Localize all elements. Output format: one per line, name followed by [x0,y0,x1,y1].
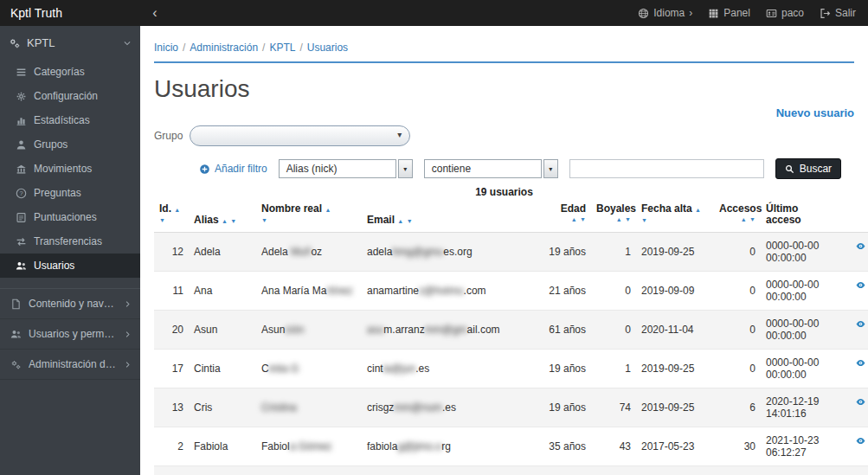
table-row: 13CrisCristinacrisgzmm@num.es19 años7420… [154,388,868,427]
sidebar-groups: Contenido y navegaciónUsuarios y permiso… [0,288,140,380]
topbar-item-label: Salir [835,7,856,19]
grid-icon [708,8,719,19]
cell-alias: Fabiola [189,427,256,466]
column-header-email[interactable]: Email ▲ ▼ [362,201,539,233]
sort-asc-icon[interactable]: ▲ [397,218,403,224]
sidebar-toggle-icon[interactable]: ‹ [140,0,170,26]
column-header-actions [840,201,868,233]
cell-fecha-alta: 2019-09-25 [636,350,714,388]
sidebar-item-estadisticas[interactable]: Estadísticas [0,108,140,132]
column-header-nombre[interactable]: Nombre real ▲▼ [256,201,362,233]
filter-field-select[interactable]: Alias (nick) ▾ [279,159,413,178]
cell-boyales: 74 [591,388,636,427]
sort-asc-icon[interactable]: ▲ [571,216,577,222]
users-table-body: 12AdelaAdela Muñozadelahmg@gmues.org19 a… [154,233,868,475]
sort-asc-icon[interactable]: ▲ [222,218,228,224]
sort-desc-icon[interactable]: ▼ [625,216,631,222]
sidebar-item-grupos[interactable]: Grupos [0,132,140,157]
doc-icon [16,212,27,223]
sort-asc-icon[interactable]: ▲ [616,216,622,222]
group-select-control[interactable] [190,125,410,146]
cell-accesos: 0 [714,272,761,311]
cell-ultimo-acceso: 0000-00-0000:00:00 [761,272,840,311]
app-brand[interactable]: Kptl Truth [0,6,140,20]
sidebar-item-movimientos[interactable]: Movimientos [0,157,140,181]
cell-ultimo-acceso: 2020-09-2317:37:30 [761,466,840,475]
topbar-item-paco[interactable]: paco [766,7,804,19]
sidebar-item-preguntas[interactable]: Preguntas [0,181,140,205]
breadcrumb-item[interactable]: Administración [190,42,258,54]
transfer-icon [16,236,27,247]
cell-accesos: 6 [714,388,761,427]
sort-desc-icon[interactable]: ▼ [749,216,755,222]
column-header-alias[interactable]: Alias ▲ ▼ [189,201,256,233]
cell-nombre: Javier Santos [256,466,362,475]
view-user-icon[interactable] [856,280,865,290]
view-user-icon[interactable] [856,241,865,251]
sidebar-group-contenido-navegacion[interactable]: Contenido y navegación [0,289,140,319]
sidebar-item-categorias[interactable]: Categorías [0,60,140,84]
chevron-right-icon [124,300,132,308]
sort-asc-icon[interactable]: ▲ [741,216,747,222]
filter-operator-select[interactable]: contiene ▾ [424,159,558,178]
cell-edad: 19 años [539,350,591,388]
sort-desc-icon[interactable]: ▼ [407,218,413,224]
chevron-right-icon [124,331,132,338]
cell-edad: 19 años [539,388,591,427]
group-select[interactable]: ▾ [190,125,410,146]
sort-desc-icon[interactable]: ▼ [641,217,647,223]
breadcrumb-item[interactable]: KPTL [269,42,295,54]
topbar-item-salir[interactable]: Salir [820,7,856,19]
view-user-icon[interactable] [856,358,865,368]
sidebar-item-configuracion[interactable]: Configuración [0,84,140,108]
view-user-icon[interactable] [856,319,865,329]
sidebar-group-administracion-sistema[interactable]: Administración del sis... [0,350,140,380]
dropdown-button[interactable]: ▾ [398,159,413,178]
cell-edad: 61 años [539,311,591,350]
filter-value-input[interactable] [569,159,764,178]
table-row: 12AdelaAdela Muñozadelahmg@gmues.org19 a… [154,233,868,272]
sort-desc-icon[interactable]: ▼ [159,217,165,223]
sort-desc-icon[interactable]: ▼ [261,217,267,223]
sidebar-group-label: Usuarios y permisos [29,328,117,340]
breadcrumb-separator: / [299,42,302,54]
topbar-item-idioma[interactable]: Idioma› [638,7,692,19]
column-header-fecha[interactable]: Fecha alta ▲▼ [636,201,714,233]
search-icon [785,164,794,174]
gear-icon [16,91,27,102]
cell-ultimo-acceso: 2020-12-1914:01:16 [761,388,840,427]
sort-asc-icon[interactable]: ▲ [695,207,701,213]
breadcrumb-item[interactable]: Usuarios [307,42,348,54]
cell-nombre: Asunción [256,311,362,350]
sort-desc-icon[interactable]: ▼ [230,218,236,224]
column-header-id[interactable]: Id. ▲▼ [154,201,189,233]
sidebar-item-transferencias[interactable]: Transferencias [0,229,140,254]
gears-icon [9,37,21,49]
sidebar-section-kptl[interactable]: KPTL [0,26,140,60]
cell-accesos: 0 [714,350,761,388]
sort-asc-icon[interactable]: ▲ [174,207,180,213]
view-user-icon[interactable] [856,436,865,446]
sidebar-item-usuarios[interactable]: Usuarios [0,254,140,278]
column-label: Edad [561,202,586,215]
column-header-ultimo: Último acceso [761,201,840,233]
add-filter-link[interactable]: Añadir filtro [199,163,267,175]
sort-desc-icon[interactable]: ▼ [580,216,586,222]
topbar-item-panel[interactable]: Panel [708,7,750,19]
sort-asc-icon[interactable]: ▲ [325,207,331,213]
sidebar-group-usuarios-permisos[interactable]: Usuarios y permisos [0,319,140,350]
cell-nombre: Ana María Martínez [256,272,362,311]
search-button[interactable]: Buscar [775,158,841,179]
column-header-edad[interactable]: Edad▲ ▼ [539,201,591,233]
main-content: Inicio/Administración/KPTL/Usuarios Usua… [140,26,868,475]
sidebar-item-puntuaciones[interactable]: Puntuaciones [0,205,140,229]
breadcrumb-item[interactable]: Inicio [154,42,178,54]
cell-id: 11 [154,272,189,311]
dropdown-button[interactable]: ▾ [543,159,558,178]
cell-nombre: Cristina [256,388,362,427]
new-user-link[interactable]: Nuevo usuario [776,106,854,119]
column-header-accesos[interactable]: Accesos▲ ▼ [714,201,761,233]
view-user-icon[interactable] [856,397,865,407]
search-button-label: Buscar [800,163,832,175]
column-header-boyales[interactable]: Boyales▲ ▼ [591,201,636,233]
